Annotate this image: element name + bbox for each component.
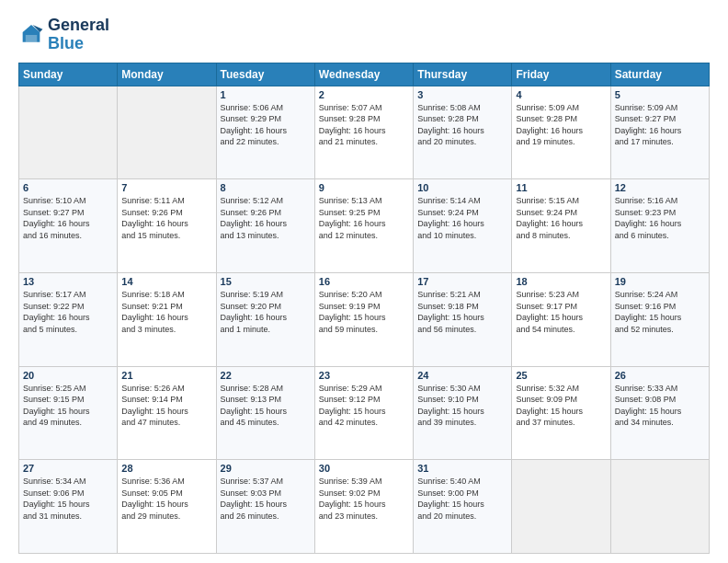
day-number: 1 bbox=[221, 89, 311, 100]
week-row-1: 1Sunrise: 5:06 AM Sunset: 9:29 PM Daylig… bbox=[19, 86, 710, 179]
day-info: Sunrise: 5:34 AM Sunset: 9:06 PM Dayligh… bbox=[23, 476, 113, 522]
day-cell bbox=[512, 460, 610, 554]
day-number: 9 bbox=[319, 182, 409, 193]
day-cell: 30Sunrise: 5:39 AM Sunset: 9:02 PM Dayli… bbox=[314, 460, 413, 554]
day-number: 5 bbox=[615, 89, 705, 100]
day-cell: 22Sunrise: 5:28 AM Sunset: 9:13 PM Dayli… bbox=[216, 366, 314, 460]
day-info: Sunrise: 5:16 AM Sunset: 9:23 PM Dayligh… bbox=[615, 195, 705, 241]
week-row-4: 20Sunrise: 5:25 AM Sunset: 9:15 PM Dayli… bbox=[19, 366, 710, 460]
day-cell: 28Sunrise: 5:36 AM Sunset: 9:05 PM Dayli… bbox=[118, 460, 216, 554]
day-info: Sunrise: 5:15 AM Sunset: 9:24 PM Dayligh… bbox=[516, 195, 606, 241]
day-number: 13 bbox=[23, 276, 113, 287]
day-number: 18 bbox=[516, 276, 606, 287]
day-cell: 5Sunrise: 5:09 AM Sunset: 9:27 PM Daylig… bbox=[610, 86, 709, 179]
day-info: Sunrise: 5:14 AM Sunset: 9:24 PM Dayligh… bbox=[417, 195, 507, 241]
day-number: 30 bbox=[319, 463, 409, 474]
day-cell: 1Sunrise: 5:06 AM Sunset: 9:29 PM Daylig… bbox=[216, 86, 314, 179]
day-info: Sunrise: 5:36 AM Sunset: 9:05 PM Dayligh… bbox=[121, 476, 211, 522]
day-info: Sunrise: 5:37 AM Sunset: 9:03 PM Dayligh… bbox=[221, 476, 311, 522]
day-number: 6 bbox=[23, 182, 113, 193]
day-info: Sunrise: 5:11 AM Sunset: 9:26 PM Dayligh… bbox=[121, 195, 211, 241]
day-number: 21 bbox=[121, 370, 211, 381]
day-cell: 29Sunrise: 5:37 AM Sunset: 9:03 PM Dayli… bbox=[216, 460, 314, 554]
day-number: 23 bbox=[319, 370, 409, 381]
day-number: 2 bbox=[319, 89, 409, 100]
weekday-header-tuesday: Tuesday bbox=[216, 63, 314, 86]
day-info: Sunrise: 5:26 AM Sunset: 9:14 PM Dayligh… bbox=[121, 383, 211, 429]
day-info: Sunrise: 5:24 AM Sunset: 9:16 PM Dayligh… bbox=[615, 289, 705, 335]
day-number: 3 bbox=[417, 89, 507, 100]
day-number: 17 bbox=[417, 276, 507, 287]
day-cell: 12Sunrise: 5:16 AM Sunset: 9:23 PM Dayli… bbox=[610, 179, 709, 273]
header: General Blue bbox=[18, 17, 710, 53]
day-cell: 14Sunrise: 5:18 AM Sunset: 9:21 PM Dayli… bbox=[118, 272, 216, 366]
day-cell: 6Sunrise: 5:10 AM Sunset: 9:27 PM Daylig… bbox=[19, 179, 118, 273]
weekday-header-wednesday: Wednesday bbox=[314, 63, 413, 86]
day-number: 14 bbox=[121, 276, 211, 287]
day-cell: 4Sunrise: 5:09 AM Sunset: 9:28 PM Daylig… bbox=[512, 86, 610, 179]
day-cell: 16Sunrise: 5:20 AM Sunset: 9:19 PM Dayli… bbox=[314, 272, 413, 366]
day-info: Sunrise: 5:06 AM Sunset: 9:29 PM Dayligh… bbox=[221, 102, 311, 148]
day-cell: 19Sunrise: 5:24 AM Sunset: 9:16 PM Dayli… bbox=[610, 272, 709, 366]
calendar: SundayMondayTuesdayWednesdayThursdayFrid… bbox=[18, 63, 710, 554]
day-number: 24 bbox=[417, 370, 507, 381]
day-info: Sunrise: 5:19 AM Sunset: 9:20 PM Dayligh… bbox=[221, 289, 311, 335]
day-cell: 11Sunrise: 5:15 AM Sunset: 9:24 PM Dayli… bbox=[512, 179, 610, 273]
day-info: Sunrise: 5:20 AM Sunset: 9:19 PM Dayligh… bbox=[319, 289, 409, 335]
day-cell bbox=[610, 460, 709, 554]
day-cell: 27Sunrise: 5:34 AM Sunset: 9:06 PM Dayli… bbox=[19, 460, 118, 554]
day-cell bbox=[118, 86, 216, 179]
weekday-header-thursday: Thursday bbox=[414, 63, 512, 86]
day-info: Sunrise: 5:39 AM Sunset: 9:02 PM Dayligh… bbox=[319, 476, 409, 522]
weekday-header-row: SundayMondayTuesdayWednesdayThursdayFrid… bbox=[19, 63, 710, 86]
day-info: Sunrise: 5:10 AM Sunset: 9:27 PM Dayligh… bbox=[23, 195, 113, 241]
day-cell: 13Sunrise: 5:17 AM Sunset: 9:22 PM Dayli… bbox=[19, 272, 118, 366]
day-cell: 17Sunrise: 5:21 AM Sunset: 9:18 PM Dayli… bbox=[414, 272, 512, 366]
weekday-header-monday: Monday bbox=[118, 63, 216, 86]
day-number: 25 bbox=[516, 370, 606, 381]
day-number: 8 bbox=[221, 182, 311, 193]
weekday-header-saturday: Saturday bbox=[610, 63, 709, 86]
weekday-header-sunday: Sunday bbox=[19, 63, 118, 86]
day-info: Sunrise: 5:28 AM Sunset: 9:13 PM Dayligh… bbox=[221, 383, 311, 429]
day-cell: 24Sunrise: 5:30 AM Sunset: 9:10 PM Dayli… bbox=[414, 366, 512, 460]
day-info: Sunrise: 5:25 AM Sunset: 9:15 PM Dayligh… bbox=[23, 383, 113, 429]
day-number: 27 bbox=[23, 463, 113, 474]
day-number: 26 bbox=[615, 370, 705, 381]
day-info: Sunrise: 5:29 AM Sunset: 9:12 PM Dayligh… bbox=[319, 383, 409, 429]
day-number: 7 bbox=[121, 182, 211, 193]
day-info: Sunrise: 5:32 AM Sunset: 9:09 PM Dayligh… bbox=[516, 383, 606, 429]
day-cell: 31Sunrise: 5:40 AM Sunset: 9:00 PM Dayli… bbox=[414, 460, 512, 554]
day-cell: 15Sunrise: 5:19 AM Sunset: 9:20 PM Dayli… bbox=[216, 272, 314, 366]
day-number: 11 bbox=[516, 182, 606, 193]
day-number: 16 bbox=[319, 276, 409, 287]
day-cell: 3Sunrise: 5:08 AM Sunset: 9:28 PM Daylig… bbox=[414, 86, 512, 179]
day-number: 29 bbox=[221, 463, 311, 474]
day-number: 31 bbox=[417, 463, 507, 474]
day-cell: 26Sunrise: 5:33 AM Sunset: 9:08 PM Dayli… bbox=[610, 366, 709, 460]
day-info: Sunrise: 5:21 AM Sunset: 9:18 PM Dayligh… bbox=[417, 289, 507, 335]
day-cell: 7Sunrise: 5:11 AM Sunset: 9:26 PM Daylig… bbox=[118, 179, 216, 273]
day-number: 28 bbox=[121, 463, 211, 474]
day-info: Sunrise: 5:18 AM Sunset: 9:21 PM Dayligh… bbox=[121, 289, 211, 335]
day-info: Sunrise: 5:07 AM Sunset: 9:28 PM Dayligh… bbox=[319, 102, 409, 148]
page: General Blue SundayMondayTuesdayWednesda… bbox=[0, 0, 728, 563]
day-number: 15 bbox=[221, 276, 311, 287]
week-row-2: 6Sunrise: 5:10 AM Sunset: 9:27 PM Daylig… bbox=[19, 179, 710, 273]
day-info: Sunrise: 5:09 AM Sunset: 9:28 PM Dayligh… bbox=[516, 102, 606, 148]
day-info: Sunrise: 5:17 AM Sunset: 9:22 PM Dayligh… bbox=[23, 289, 113, 335]
day-info: Sunrise: 5:30 AM Sunset: 9:10 PM Dayligh… bbox=[417, 383, 507, 429]
week-row-5: 27Sunrise: 5:34 AM Sunset: 9:06 PM Dayli… bbox=[19, 460, 710, 554]
day-cell: 25Sunrise: 5:32 AM Sunset: 9:09 PM Dayli… bbox=[512, 366, 610, 460]
day-cell: 8Sunrise: 5:12 AM Sunset: 9:26 PM Daylig… bbox=[216, 179, 314, 273]
day-cell: 23Sunrise: 5:29 AM Sunset: 9:12 PM Dayli… bbox=[314, 366, 413, 460]
day-number: 12 bbox=[615, 182, 705, 193]
week-row-3: 13Sunrise: 5:17 AM Sunset: 9:22 PM Dayli… bbox=[19, 272, 710, 366]
logo: General Blue bbox=[18, 17, 109, 53]
day-number: 19 bbox=[615, 276, 705, 287]
day-cell bbox=[19, 86, 118, 179]
day-number: 4 bbox=[516, 89, 606, 100]
day-info: Sunrise: 5:12 AM Sunset: 9:26 PM Dayligh… bbox=[221, 195, 311, 241]
svg-rect-2 bbox=[26, 35, 37, 42]
day-cell: 18Sunrise: 5:23 AM Sunset: 9:17 PM Dayli… bbox=[512, 272, 610, 366]
